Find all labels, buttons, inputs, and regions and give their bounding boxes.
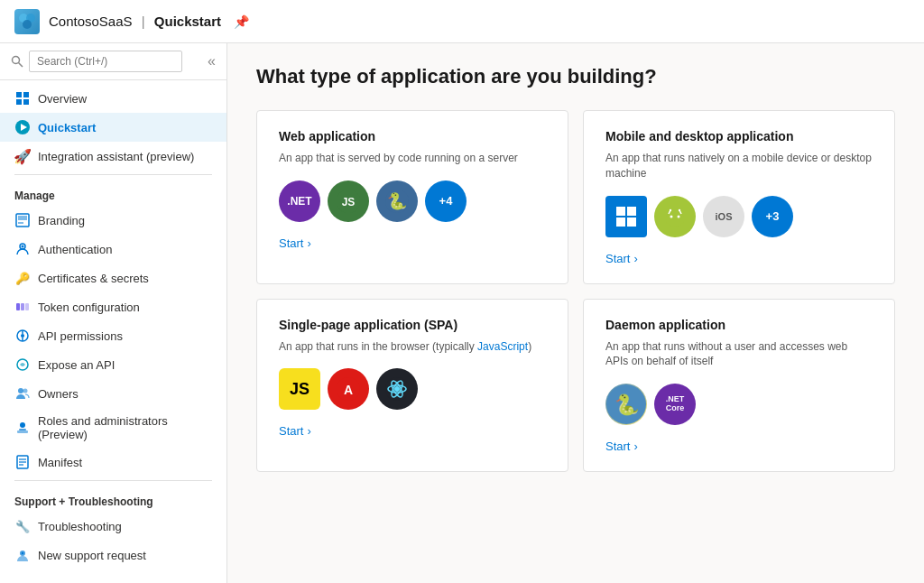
- rocket-icon: 🚀: [14, 148, 31, 164]
- expose-icon: [14, 356, 31, 373]
- sidebar-item-label: Token configuration: [38, 301, 140, 314]
- daemon-desc: An app that runs without a user and acce…: [605, 339, 873, 370]
- sidebar-item-label: Manifest: [38, 456, 82, 469]
- svg-text:🐍: 🐍: [614, 393, 640, 417]
- svg-point-45: [670, 215, 673, 217]
- sidebar-item-api-permissions[interactable]: API permissions: [0, 321, 226, 350]
- svg-rect-28: [19, 429, 26, 430]
- svg-point-49: [670, 208, 671, 210]
- sidebar-item-branding[interactable]: Branding: [0, 206, 226, 235]
- sidebar-item-label: API permissions: [38, 329, 123, 343]
- web-app-icons: .NET JS 🐍 +4: [279, 180, 546, 222]
- pin-icon[interactable]: 📌: [234, 14, 249, 29]
- sidebar-item-new-support[interactable]: New support request: [0, 541, 226, 569]
- web-more-icon: +4: [425, 180, 467, 222]
- sidebar-item-label: Expose an API: [38, 358, 115, 372]
- sidebar-item-label: Owners: [38, 387, 79, 401]
- sidebar-item-integration[interactable]: 🚀 Integration assistant (preview): [0, 142, 226, 171]
- manifest-icon: [14, 454, 31, 470]
- windows-icon: [605, 196, 647, 237]
- mobile-app-card[interactable]: Mobile and desktop application An app th…: [583, 110, 895, 284]
- mobile-app-start-link[interactable]: Start ›: [605, 252, 873, 265]
- svg-line-4: [19, 63, 23, 68]
- mobile-more-icon: +3: [752, 196, 793, 237]
- main-content: What type of application are you buildin…: [227, 43, 924, 583]
- owners-icon: [14, 385, 31, 402]
- sidebar-item-token[interactable]: Token configuration: [0, 292, 226, 321]
- js-icon: JS: [279, 368, 320, 410]
- svg-rect-42: [627, 217, 636, 227]
- svg-point-3: [13, 57, 20, 64]
- grid-icon: [14, 90, 31, 106]
- spa-card[interactable]: Single-page application (SPA) An app tha…: [256, 299, 568, 473]
- sidebar-item-owners[interactable]: Owners: [0, 379, 226, 408]
- roles-icon: [14, 420, 31, 436]
- web-app-start-link[interactable]: Start ›: [279, 236, 546, 250]
- mobile-app-desc: An app that runs natively on a mobile de…: [605, 151, 873, 181]
- daemon-title: Daemon application: [605, 318, 873, 332]
- ios-icon: iOS: [703, 196, 744, 237]
- search-container: «: [0, 43, 226, 80]
- svg-point-15: [22, 245, 24, 248]
- android-icon: [654, 196, 696, 237]
- sidebar-item-label: Roles and administrators (Preview): [38, 414, 212, 441]
- header: ContosoSaaS | Quickstart 📌: [0, 0, 924, 43]
- svg-point-54: [394, 386, 400, 392]
- cert-icon: 🔑: [14, 270, 31, 286]
- daemon-icons: 🐍 .NETCore: [605, 384, 873, 425]
- netcore-icon: .NETCore: [654, 384, 696, 425]
- svg-rect-5: [16, 92, 22, 97]
- sidebar-item-label: Authentication: [38, 243, 112, 256]
- web-app-title: Web application: [279, 129, 546, 143]
- branding-icon: [14, 212, 31, 228]
- daemon-start-link[interactable]: Start ›: [605, 440, 873, 453]
- web-app-card[interactable]: Web application An app that is served by…: [256, 110, 568, 284]
- support-icon: [14, 547, 31, 563]
- sidebar-item-label: Integration assistant (preview): [38, 150, 194, 163]
- sidebar-item-label: Quickstart: [38, 121, 96, 134]
- sidebar-item-authentication[interactable]: Authentication: [0, 235, 226, 264]
- sidebar-item-roles[interactable]: Roles and administrators (Preview): [0, 408, 226, 448]
- svg-rect-16: [16, 303, 20, 310]
- svg-rect-17: [21, 303, 24, 310]
- sidebar-item-troubleshooting[interactable]: 🔧 Troubleshooting: [0, 512, 226, 541]
- svg-point-25: [23, 389, 28, 393]
- mobile-app-icons: iOS +3: [605, 196, 873, 237]
- svg-rect-44: [666, 215, 684, 224]
- sidebar-item-label: Certificates & secrets: [38, 272, 149, 285]
- sidebar-item-overview[interactable]: Overview: [0, 84, 226, 113]
- svg-text:A: A: [344, 383, 353, 397]
- mobile-app-title: Mobile and desktop application: [605, 129, 873, 143]
- manage-divider: [14, 174, 212, 175]
- svg-point-2: [23, 20, 32, 29]
- python2-icon: 🐍: [605, 384, 647, 425]
- svg-rect-6: [23, 92, 29, 97]
- svg-point-24: [18, 388, 23, 393]
- svg-point-34: [22, 552, 23, 554]
- dotnet-icon: .NET: [279, 180, 320, 222]
- svg-rect-39: [616, 207, 625, 216]
- sidebar-item-manifest[interactable]: Manifest: [0, 448, 226, 477]
- svg-rect-41: [616, 217, 625, 227]
- spa-start-link[interactable]: Start ›: [279, 424, 546, 438]
- sidebar-item-expose-api[interactable]: Expose an API: [0, 350, 226, 379]
- search-input[interactable]: [29, 51, 182, 72]
- support-divider: [14, 480, 212, 481]
- svg-rect-18: [25, 303, 29, 310]
- svg-rect-12: [18, 216, 27, 220]
- spa-desc: An app that runs in the browser (typical…: [279, 339, 546, 355]
- svg-point-20: [21, 334, 24, 338]
- token-icon: [14, 299, 31, 315]
- svg-rect-27: [17, 430, 28, 433]
- angular-icon: A: [328, 368, 369, 410]
- daemon-card[interactable]: Daemon application An app that runs with…: [583, 299, 895, 473]
- sidebar-item-quickstart[interactable]: Quickstart: [0, 113, 226, 142]
- search-icon: [11, 55, 23, 68]
- manage-section-label: Manage: [0, 179, 226, 206]
- support-section-label: Support + Troubleshooting: [0, 485, 226, 512]
- spa-icons: JS A: [279, 368, 546, 410]
- sidebar-item-certificates[interactable]: 🔑 Certificates & secrets: [0, 264, 226, 292]
- collapse-sidebar-button[interactable]: «: [208, 53, 216, 69]
- troubleshooting-icon: 🔧: [14, 518, 31, 534]
- svg-rect-8: [23, 99, 29, 105]
